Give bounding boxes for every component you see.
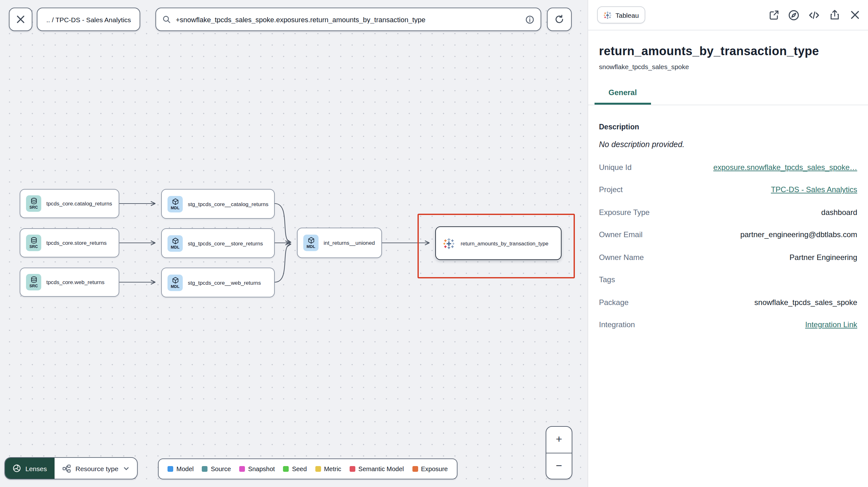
share-icon bbox=[829, 9, 840, 20]
close-panel-button[interactable] bbox=[849, 9, 860, 21]
tool-badge: Tableau bbox=[597, 6, 645, 24]
legend-item-exposure: Exposure bbox=[412, 465, 448, 473]
cube-icon bbox=[172, 277, 179, 284]
dbt-explorer-lineage-view: .. / TPC-DS - Sales Analytics bbox=[0, 0, 868, 487]
node-label: tpcds_core.web_returns bbox=[46, 279, 104, 285]
panel-header: Tableau bbox=[588, 0, 868, 30]
tab-general[interactable]: General bbox=[594, 88, 651, 105]
tableau-icon bbox=[443, 237, 455, 249]
refresh-button[interactable] bbox=[547, 8, 572, 31]
field-row-unique-id: Unique Id exposure.snowflake_tpcds_sales… bbox=[599, 162, 857, 172]
owner-name-value: Partner Engineering bbox=[789, 253, 857, 262]
code-icon bbox=[808, 9, 820, 21]
model-swatch-icon bbox=[167, 466, 173, 472]
description-heading: Description bbox=[599, 123, 857, 131]
field-row-integration: Integration Integration Link bbox=[599, 320, 857, 329]
model-badge: MDL bbox=[167, 196, 183, 212]
node-label: stg_tpcds_core__catalog_returns bbox=[188, 201, 269, 207]
node-label: tpcds_core.store_returns bbox=[46, 240, 106, 246]
resource-type-dropdown[interactable]: Resource type bbox=[55, 458, 137, 479]
owner-email-value: partner_engineering@dbtlabs.com bbox=[740, 230, 857, 239]
exposure-swatch-icon bbox=[412, 466, 418, 472]
source-badge: SRC bbox=[26, 274, 41, 290]
node-label: int_returns__unioned bbox=[323, 240, 375, 246]
compass-icon bbox=[788, 9, 800, 21]
metadata-fields: Unique Id exposure.snowflake_tpcds_sales… bbox=[599, 162, 857, 329]
semantic-model-swatch-icon bbox=[350, 466, 355, 472]
cube-icon bbox=[172, 198, 179, 205]
legend-item-model: Model bbox=[167, 465, 194, 473]
panel-tabs: General bbox=[588, 86, 868, 105]
search-icon bbox=[162, 15, 171, 24]
cube-icon bbox=[307, 237, 314, 245]
field-row-project: Project TPC-DS - Sales Analytics bbox=[599, 185, 857, 194]
search-input[interactable] bbox=[176, 15, 520, 23]
cube-icon bbox=[172, 237, 179, 245]
metric-swatch-icon bbox=[315, 466, 321, 472]
legend-item-snapshot: Snapshot bbox=[239, 465, 275, 473]
breadcrumb-label: .. / TPC-DS - Sales Analytics bbox=[46, 15, 131, 23]
package-subtitle: snowflake_tpcds_sales_spoke bbox=[599, 63, 857, 70]
unique-id-link[interactable]: exposure.snowflake_tpcds_sales_spoke… bbox=[713, 163, 857, 171]
database-icon bbox=[30, 197, 37, 205]
node-label: tpcds_core.catalog_returns bbox=[46, 200, 112, 207]
breadcrumb[interactable]: .. / TPC-DS - Sales Analytics bbox=[37, 8, 141, 31]
close-icon bbox=[17, 15, 25, 24]
node-stg-tpcds-core-store-returns[interactable]: MDL stg_tpcds_core__store_returns bbox=[161, 228, 275, 258]
legend-item-metric: Metric bbox=[315, 465, 341, 473]
open-in-new-button[interactable] bbox=[768, 9, 779, 21]
share-button[interactable] bbox=[829, 9, 840, 21]
zoom-in-button[interactable]: + bbox=[546, 427, 572, 453]
node-tpcds-core-store-returns[interactable]: SRC tpcds_core.store_returns bbox=[20, 228, 119, 257]
node-stg-tpcds-core-web-returns[interactable]: MDL stg_tpcds_core__web_returns bbox=[161, 268, 275, 297]
lenses-label: Lenses bbox=[25, 464, 47, 472]
lineage-canvas[interactable]: .. / TPC-DS - Sales Analytics bbox=[0, 0, 588, 487]
node-label: stg_tpcds_core__store_returns bbox=[188, 240, 263, 246]
node-return-amounts-by-transaction-type[interactable]: return_amounts_by_transaction_type bbox=[435, 226, 561, 260]
model-badge: MDL bbox=[303, 235, 318, 251]
source-badge: SRC bbox=[26, 235, 41, 251]
field-row-tags: Tags bbox=[599, 275, 857, 284]
info-icon[interactable] bbox=[525, 15, 534, 24]
node-label: return_amounts_by_transaction_type bbox=[461, 240, 549, 246]
node-tpcds-core-web-returns[interactable]: SRC tpcds_core.web_returns bbox=[20, 268, 119, 297]
lenses-button[interactable]: Lenses bbox=[5, 458, 55, 479]
external-link-icon bbox=[768, 9, 779, 20]
tool-badge-label: Tableau bbox=[616, 11, 639, 19]
package-value: snowflake_tpcds_sales_spoke bbox=[754, 298, 857, 306]
lenses-icon bbox=[13, 464, 21, 473]
tableau-icon bbox=[603, 11, 612, 19]
description-text: No description provided. bbox=[599, 140, 857, 149]
zoom-control: + − bbox=[546, 426, 572, 479]
node-int-returns-unioned[interactable]: MDL int_returns__unioned bbox=[297, 228, 382, 258]
refresh-icon bbox=[555, 14, 564, 24]
zoom-out-button[interactable]: − bbox=[546, 453, 572, 479]
code-button[interactable] bbox=[808, 9, 820, 21]
legend-item-seed: Seed bbox=[283, 465, 307, 473]
page-title: return_amounts_by_transaction_type bbox=[599, 44, 857, 58]
database-icon bbox=[30, 276, 37, 284]
model-badge: MDL bbox=[167, 274, 183, 291]
resource-type-label: Resource type bbox=[75, 464, 118, 472]
project-link[interactable]: TPC-DS - Sales Analytics bbox=[771, 185, 857, 194]
node-stg-tpcds-core-catalog-returns[interactable]: MDL stg_tpcds_core__catalog_returns bbox=[161, 189, 275, 219]
database-icon bbox=[30, 237, 37, 245]
close-icon bbox=[850, 10, 860, 20]
node-label: stg_tpcds_core__web_returns bbox=[188, 279, 261, 286]
node-tpcds-core-catalog-returns[interactable]: SRC tpcds_core.catalog_returns bbox=[20, 189, 119, 218]
field-row-exposure-type: Exposure Type dashboard bbox=[599, 207, 857, 217]
model-badge: MDL bbox=[167, 235, 183, 252]
search-bar bbox=[155, 8, 541, 31]
source-badge: SRC bbox=[26, 195, 41, 212]
exposure-type-value: dashboard bbox=[822, 208, 857, 217]
close-lineage-button[interactable] bbox=[9, 8, 32, 31]
explore-button[interactable] bbox=[788, 9, 800, 21]
chevron-down-icon bbox=[123, 465, 129, 472]
seed-swatch-icon bbox=[283, 466, 289, 472]
field-row-package: Package snowflake_tpcds_sales_spoke bbox=[599, 297, 857, 307]
hierarchy-icon bbox=[62, 464, 71, 473]
integration-link[interactable]: Integration Link bbox=[805, 320, 857, 329]
field-row-owner-name: Owner Name Partner Engineering bbox=[599, 252, 857, 262]
legend-item-source: Source bbox=[202, 465, 231, 473]
details-panel: Tableau bbox=[588, 0, 868, 487]
